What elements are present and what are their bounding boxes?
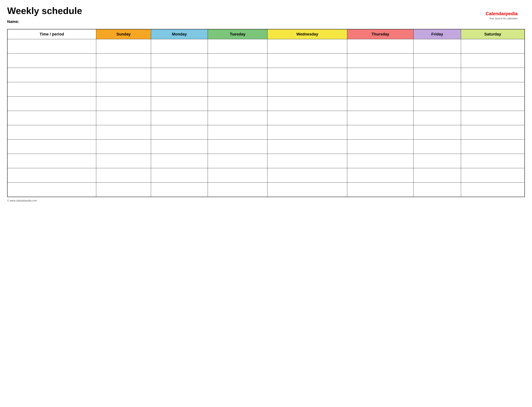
- schedule-cell[interactable]: [414, 154, 461, 168]
- schedule-cell[interactable]: [96, 168, 151, 182]
- footer: © www.calendarpedia.com: [7, 199, 525, 202]
- schedule-cell[interactable]: [461, 111, 525, 125]
- schedule-cell[interactable]: [267, 182, 347, 197]
- schedule-cell[interactable]: [414, 97, 461, 111]
- time-cell[interactable]: [7, 97, 96, 111]
- schedule-cell[interactable]: [151, 140, 208, 154]
- col-header-sunday: Sunday: [96, 29, 151, 39]
- schedule-cell[interactable]: [208, 182, 267, 197]
- schedule-cell[interactable]: [96, 54, 151, 68]
- logo-tagline: Your source for calendars: [485, 17, 518, 20]
- time-cell[interactable]: [7, 54, 96, 68]
- time-cell[interactable]: [7, 125, 96, 140]
- col-header-thursday: Thursday: [347, 29, 414, 39]
- table-row: [7, 82, 525, 97]
- time-cell[interactable]: [7, 82, 96, 97]
- schedule-cell[interactable]: [151, 68, 208, 82]
- schedule-cell[interactable]: [267, 168, 347, 182]
- schedule-cell[interactable]: [414, 125, 461, 140]
- schedule-cell[interactable]: [267, 97, 347, 111]
- schedule-cell[interactable]: [414, 68, 461, 82]
- time-cell[interactable]: [7, 140, 96, 154]
- schedule-cell[interactable]: [96, 39, 151, 54]
- schedule-cell[interactable]: [267, 39, 347, 54]
- schedule-cell[interactable]: [267, 54, 347, 68]
- schedule-cell[interactable]: [96, 68, 151, 82]
- schedule-cell[interactable]: [96, 125, 151, 140]
- schedule-cell[interactable]: [96, 111, 151, 125]
- schedule-cell[interactable]: [208, 54, 267, 68]
- schedule-cell[interactable]: [267, 125, 347, 140]
- schedule-cell[interactable]: [96, 140, 151, 154]
- schedule-cell[interactable]: [208, 140, 267, 154]
- schedule-cell[interactable]: [461, 68, 525, 82]
- col-header-wednesday: Wednesday: [267, 29, 347, 39]
- schedule-cell[interactable]: [96, 154, 151, 168]
- schedule-cell[interactable]: [267, 140, 347, 154]
- schedule-cell[interactable]: [151, 97, 208, 111]
- table-row: [7, 39, 525, 54]
- schedule-cell[interactable]: [347, 97, 414, 111]
- schedule-cell[interactable]: [208, 68, 267, 82]
- schedule-cell[interactable]: [414, 111, 461, 125]
- schedule-cell[interactable]: [151, 182, 208, 197]
- schedule-cell[interactable]: [347, 125, 414, 140]
- schedule-cell[interactable]: [96, 82, 151, 97]
- schedule-cell[interactable]: [414, 182, 461, 197]
- schedule-cell[interactable]: [96, 182, 151, 197]
- time-cell[interactable]: [7, 182, 96, 197]
- schedule-cell[interactable]: [414, 82, 461, 97]
- schedule-cell[interactable]: [347, 111, 414, 125]
- logo-brand-part1: Calendar: [485, 11, 506, 16]
- schedule-cell[interactable]: [461, 39, 525, 54]
- schedule-cell[interactable]: [461, 140, 525, 154]
- schedule-cell[interactable]: [414, 168, 461, 182]
- schedule-cell[interactable]: [208, 111, 267, 125]
- time-cell[interactable]: [7, 111, 96, 125]
- schedule-cell[interactable]: [267, 111, 347, 125]
- schedule-cell[interactable]: [208, 97, 267, 111]
- col-header-time: Time / period: [7, 29, 96, 39]
- schedule-cell[interactable]: [151, 125, 208, 140]
- time-cell[interactable]: [7, 39, 96, 54]
- table-row: [7, 125, 525, 140]
- schedule-cell[interactable]: [461, 154, 525, 168]
- schedule-cell[interactable]: [208, 82, 267, 97]
- schedule-cell[interactable]: [208, 39, 267, 54]
- schedule-cell[interactable]: [347, 140, 414, 154]
- schedule-cell[interactable]: [461, 54, 525, 68]
- schedule-cell[interactable]: [267, 68, 347, 82]
- schedule-cell[interactable]: [461, 182, 525, 197]
- schedule-cell[interactable]: [208, 125, 267, 140]
- table-row: [7, 154, 525, 168]
- schedule-cell[interactable]: [347, 168, 414, 182]
- schedule-cell[interactable]: [461, 125, 525, 140]
- time-cell[interactable]: [7, 68, 96, 82]
- schedule-cell[interactable]: [461, 168, 525, 182]
- schedule-cell[interactable]: [347, 54, 414, 68]
- schedule-cell[interactable]: [96, 97, 151, 111]
- schedule-cell[interactable]: [151, 39, 208, 54]
- schedule-cell[interactable]: [414, 140, 461, 154]
- schedule-cell[interactable]: [208, 154, 267, 168]
- schedule-cell[interactable]: [151, 154, 208, 168]
- schedule-cell[interactable]: [208, 168, 267, 182]
- schedule-cell[interactable]: [151, 54, 208, 68]
- schedule-cell[interactable]: [267, 154, 347, 168]
- schedule-cell[interactable]: [461, 97, 525, 111]
- schedule-cell[interactable]: [414, 54, 461, 68]
- schedule-cell[interactable]: [151, 111, 208, 125]
- schedule-cell[interactable]: [347, 82, 414, 97]
- schedule-cell[interactable]: [347, 68, 414, 82]
- schedule-cell[interactable]: [267, 82, 347, 97]
- time-cell[interactable]: [7, 168, 96, 182]
- schedule-cell[interactable]: [151, 82, 208, 97]
- schedule-cell[interactable]: [347, 154, 414, 168]
- table-row: [7, 168, 525, 182]
- schedule-cell[interactable]: [414, 39, 461, 54]
- schedule-cell[interactable]: [347, 182, 414, 197]
- schedule-cell[interactable]: [151, 168, 208, 182]
- time-cell[interactable]: [7, 154, 96, 168]
- schedule-cell[interactable]: [461, 82, 525, 97]
- schedule-cell[interactable]: [347, 39, 414, 54]
